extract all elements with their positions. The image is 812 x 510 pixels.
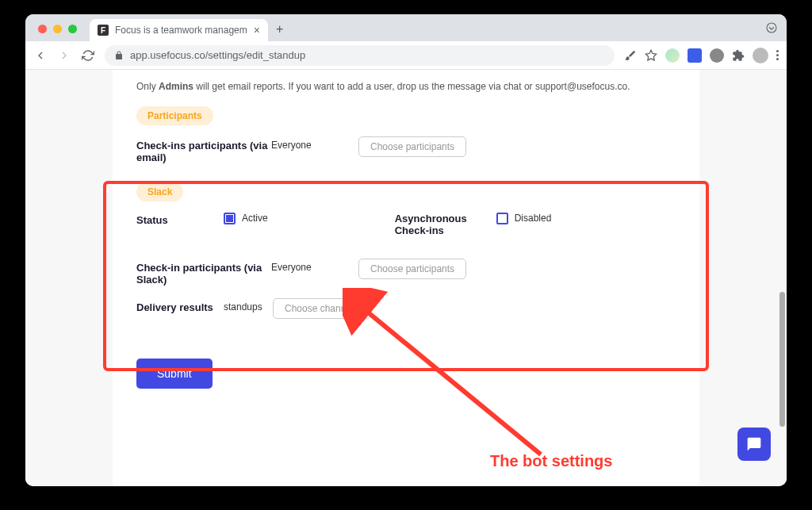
checkins-email-value: Everyone — [271, 136, 358, 151]
checkins-email-label: Check-ins participants (via email) — [136, 136, 271, 163]
close-dot[interactable] — [38, 25, 47, 33]
delivery-label: Delivery results — [136, 298, 224, 313]
profile-avatar[interactable] — [753, 48, 768, 63]
ext-icon-3[interactable] — [710, 48, 724, 63]
key-icon[interactable] — [624, 49, 637, 62]
star-icon[interactable] — [645, 49, 657, 62]
ext-icon-2[interactable] — [688, 48, 702, 63]
browser-tab[interactable]: F Focus is a teamwork managem × — [90, 19, 268, 41]
notice-text: Only Admins will get email reports. If y… — [136, 81, 676, 92]
reload-icon[interactable] — [81, 48, 95, 63]
window-controls — [38, 25, 77, 33]
async-checkbox[interactable] — [496, 213, 508, 224]
status-label: Status — [136, 213, 224, 226]
settings-card: Only Admins will get email reports. If y… — [113, 70, 699, 486]
maximize-dot[interactable] — [68, 25, 77, 33]
back-icon[interactable] — [33, 48, 48, 63]
async-value: Disabled — [515, 213, 552, 224]
slack-pill: Slack — [136, 182, 183, 201]
status-value: Active — [242, 213, 268, 224]
async-label: Asynchronous Check-ins — [395, 213, 482, 236]
checkin-slack-value: Everyone — [271, 259, 358, 273]
delivery-value: standups — [224, 298, 273, 313]
annotation-text: The bot settings — [490, 452, 612, 470]
scrollbar-thumb[interactable] — [779, 292, 785, 427]
ext-icon-1[interactable] — [665, 48, 680, 63]
lock-icon — [114, 51, 124, 60]
tab-title: Focus is a teamwork managem — [115, 25, 247, 36]
extensions-icon[interactable] — [732, 49, 745, 62]
choose-participants-slack-button[interactable]: Choose participants — [358, 259, 466, 279]
minimize-dot[interactable] — [53, 25, 62, 33]
forward-icon[interactable] — [57, 48, 71, 63]
svg-point-0 — [767, 23, 776, 33]
checkin-slack-label: Check-in participants (via Slack) — [136, 259, 271, 286]
close-tab-icon[interactable]: × — [254, 24, 260, 36]
browser-window: F Focus is a teamwork managem × + app.us… — [25, 14, 787, 486]
slack-section: Slack Status Active Asynchronous Check-i… — [136, 182, 676, 320]
choose-participants-email-button[interactable]: Choose participants — [358, 136, 466, 157]
tab-favicon: F — [98, 25, 109, 36]
address-bar: app.usefocus.co/settings/edit_standup — [25, 41, 787, 70]
menu-dots-icon[interactable] — [776, 50, 779, 60]
status-checkbox[interactable] — [224, 213, 236, 224]
participants-section: Participants Check-ins participants (via… — [136, 106, 676, 163]
page-content: Only Admins will get email reports. If y… — [25, 70, 787, 486]
choose-channels-button[interactable]: Choose channels — [273, 298, 370, 319]
new-tab-button[interactable]: + — [276, 22, 283, 36]
chat-icon — [746, 436, 762, 452]
url-input[interactable]: app.usefocus.co/settings/edit_standup — [105, 45, 615, 66]
extension-icons — [624, 48, 779, 63]
submit-button[interactable]: Submit — [136, 359, 213, 389]
url-text: app.usefocus.co/settings/edit_standup — [130, 49, 305, 61]
participants-pill: Participants — [136, 106, 213, 125]
chat-fab[interactable] — [737, 428, 771, 461]
tab-bar: F Focus is a teamwork managem × + — [25, 14, 787, 41]
svg-marker-1 — [645, 50, 656, 60]
tab-menu-caret-icon[interactable] — [764, 21, 779, 35]
